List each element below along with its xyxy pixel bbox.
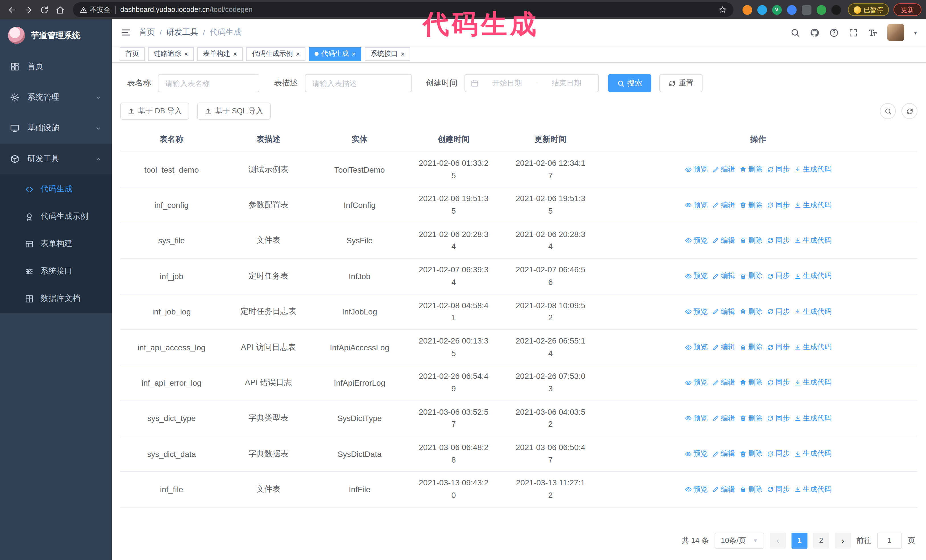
tab-close-icon[interactable]: ×: [352, 50, 356, 57]
edit-link[interactable]: 编辑: [712, 449, 735, 459]
sync-link[interactable]: 同步: [767, 485, 790, 494]
sidebar-item-form-builder[interactable]: 表单构建: [0, 230, 112, 258]
tab-close-icon[interactable]: ×: [184, 50, 188, 57]
search-button-filter[interactable]: 搜索: [608, 74, 651, 92]
edit-link[interactable]: 编辑: [712, 236, 735, 246]
sidebar-item-devtools[interactable]: 研发工具: [0, 143, 112, 174]
generate-code-link[interactable]: 生成代码: [794, 307, 831, 317]
sidebar-item-db-doc[interactable]: 数据库文档: [0, 285, 112, 312]
preview-link[interactable]: 预览: [685, 485, 708, 494]
edit-link[interactable]: 编辑: [712, 200, 735, 210]
tab-form-builder[interactable]: 表单构建×: [197, 47, 243, 61]
edit-link[interactable]: 编辑: [712, 378, 735, 388]
extension-icon-5[interactable]: [802, 5, 811, 15]
tab-codegen-example[interactable]: 代码生成示例×: [246, 47, 306, 61]
bookmark-star-button[interactable]: [718, 6, 726, 14]
edit-link[interactable]: 编辑: [712, 343, 735, 352]
delete-link[interactable]: 删除: [740, 378, 763, 388]
address-bar[interactable]: 不安全 dashboard.yudao.iocoder.cn/tool/code…: [73, 2, 733, 17]
sidebar-item-infra[interactable]: 基础设施: [0, 113, 112, 143]
user-avatar[interactable]: [887, 24, 904, 41]
preview-link[interactable]: 预览: [685, 378, 708, 388]
prev-page-button[interactable]: ‹: [770, 533, 786, 549]
font-size-button[interactable]: [868, 28, 878, 37]
preview-link[interactable]: 预览: [685, 236, 708, 246]
github-button[interactable]: [810, 28, 819, 37]
sync-link[interactable]: 同步: [767, 307, 790, 317]
reload-button[interactable]: [36, 2, 51, 17]
delete-link[interactable]: 删除: [740, 236, 763, 246]
sync-link[interactable]: 同步: [767, 165, 790, 174]
home-button[interactable]: [53, 2, 67, 17]
tab-close-icon[interactable]: ×: [233, 50, 237, 57]
import-db-button[interactable]: 基于 DB 导入: [120, 103, 189, 120]
sync-link[interactable]: 同步: [767, 272, 790, 281]
preview-link[interactable]: 预览: [685, 343, 708, 352]
sidebar-item-system[interactable]: 系统管理: [0, 82, 112, 113]
extension-icon-7[interactable]: [831, 5, 841, 15]
toggle-search-button[interactable]: [880, 103, 896, 119]
refresh-table-button[interactable]: [902, 103, 917, 119]
edit-link[interactable]: 编辑: [712, 165, 735, 174]
generate-code-link[interactable]: 生成代码: [794, 200, 831, 210]
sync-link[interactable]: 同步: [767, 414, 790, 423]
sidebar-item-system-api[interactable]: 系统接口: [0, 258, 112, 285]
delete-link[interactable]: 删除: [740, 485, 763, 494]
sync-link[interactable]: 同步: [767, 449, 790, 459]
delete-link[interactable]: 删除: [740, 307, 763, 317]
preview-link[interactable]: 预览: [685, 200, 708, 210]
hamburger-button[interactable]: [121, 27, 131, 38]
edit-link[interactable]: 编辑: [712, 485, 735, 494]
breadcrumb-devtools[interactable]: 研发工具: [166, 27, 198, 38]
generate-code-link[interactable]: 生成代码: [794, 414, 831, 423]
update-button[interactable]: 更新: [894, 3, 921, 16]
extension-icon-1[interactable]: [742, 5, 752, 15]
generate-code-link[interactable]: 生成代码: [794, 236, 831, 246]
sync-link[interactable]: 同步: [767, 236, 790, 246]
preview-link[interactable]: 预览: [685, 414, 708, 423]
reset-button[interactable]: 重置: [659, 74, 703, 92]
fullscreen-button[interactable]: [849, 28, 858, 37]
table-name-input[interactable]: [158, 74, 259, 92]
preview-link[interactable]: 预览: [685, 307, 708, 317]
sidebar-item-home[interactable]: 首页: [0, 51, 112, 82]
generate-code-link[interactable]: 生成代码: [794, 449, 831, 459]
search-button[interactable]: [790, 28, 800, 37]
delete-link[interactable]: 删除: [740, 165, 763, 174]
next-page-button[interactable]: ›: [835, 533, 851, 549]
forward-button[interactable]: [21, 2, 35, 17]
back-button[interactable]: [5, 2, 20, 17]
tab-close-icon[interactable]: ×: [296, 50, 300, 57]
tab-home[interactable]: 首页: [120, 47, 145, 61]
delete-link[interactable]: 删除: [740, 343, 763, 352]
sidebar-item-codegen-example[interactable]: 代码生成示例: [0, 203, 112, 230]
delete-link[interactable]: 删除: [740, 449, 763, 459]
generate-code-link[interactable]: 生成代码: [794, 343, 831, 352]
security-chip[interactable]: 不安全: [80, 5, 110, 15]
generate-code-link[interactable]: 生成代码: [794, 165, 831, 174]
page-button-2[interactable]: 2: [813, 533, 829, 549]
generate-code-link[interactable]: 生成代码: [794, 485, 831, 494]
generate-code-link[interactable]: 生成代码: [794, 272, 831, 281]
app-logo[interactable]: 芋道管理系统: [0, 20, 112, 51]
extension-icon-6[interactable]: [816, 5, 826, 15]
edit-link[interactable]: 编辑: [712, 307, 735, 317]
goto-page-input[interactable]: [877, 533, 902, 549]
import-sql-button[interactable]: 基于 SQL 导入: [197, 103, 271, 120]
edit-link[interactable]: 编辑: [712, 414, 735, 423]
tab-close-icon[interactable]: ×: [401, 50, 405, 57]
delete-link[interactable]: 删除: [740, 272, 763, 281]
extension-icon-3[interactable]: V: [772, 5, 782, 15]
tab-system-api[interactable]: 系统接口×: [365, 47, 410, 61]
date-range-picker[interactable]: 开始日期 - 结束日期: [465, 74, 599, 92]
table-desc-input[interactable]: [305, 74, 412, 92]
generate-code-link[interactable]: 生成代码: [794, 378, 831, 388]
page-size-select[interactable]: 10条/页 ▼: [714, 533, 764, 549]
extension-icon-4[interactable]: [787, 5, 796, 15]
edit-link[interactable]: 编辑: [712, 272, 735, 281]
breadcrumb-home[interactable]: 首页: [139, 27, 155, 38]
preview-link[interactable]: 预览: [685, 272, 708, 281]
page-button-1[interactable]: 1: [791, 533, 808, 549]
preview-link[interactable]: 预览: [685, 449, 708, 459]
avatar-caret-icon[interactable]: ▾: [914, 29, 917, 36]
